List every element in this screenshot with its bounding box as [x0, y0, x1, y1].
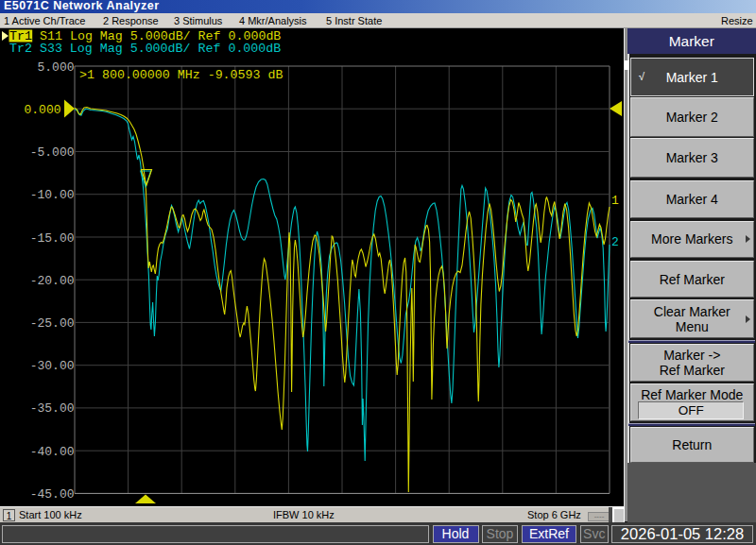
svg-text:-35.00: -35.00: [30, 401, 75, 416]
svg-text:-5.000: -5.000: [30, 145, 75, 160]
svg-text:2: 2: [611, 235, 619, 249]
svg-text:5.000: 5.000: [37, 60, 74, 75]
svg-text:-25.00: -25.00: [30, 316, 75, 331]
svg-text:-45.00: -45.00: [30, 487, 75, 502]
svg-text:-30.00: -30.00: [30, 359, 75, 373]
svg-text:-40.00: -40.00: [30, 445, 75, 459]
svg-text:0.000: 0.000: [24, 103, 60, 117]
svg-text:>1 800.00000 MHz -9.0593 dB: >1 800.00000 MHz -9.0593 dB: [79, 68, 283, 82]
svg-text:-20.00: -20.00: [30, 274, 75, 288]
svg-text:-10.00: -10.00: [30, 188, 75, 202]
svg-text:1: 1: [611, 194, 619, 208]
svg-text:-15.00: -15.00: [30, 231, 75, 246]
svg-text:Tr2 S33 Log Mag 5.000dB/ Ref 0: Tr2 S33 Log Mag 5.000dB/ Ref 0.000dB: [9, 42, 281, 56]
